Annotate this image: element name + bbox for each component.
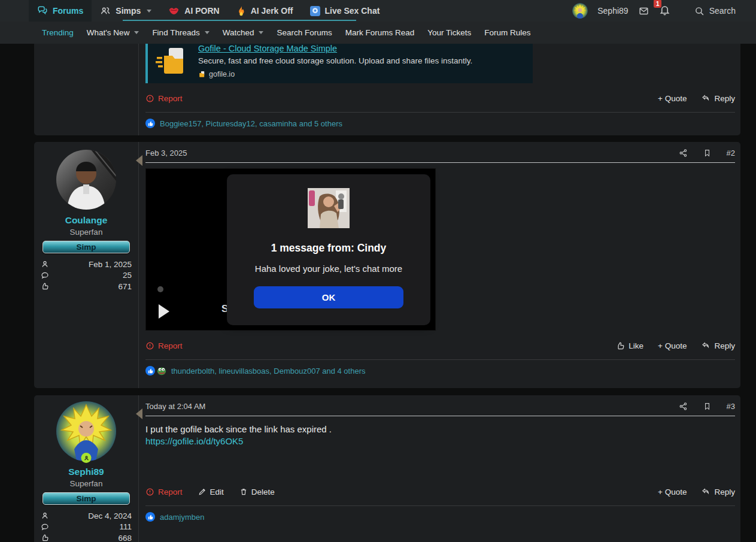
online-status-badge	[81, 453, 92, 463]
username-coulange[interactable]: Coulange	[41, 215, 132, 226]
tab-ai-jerk-off[interactable]: AI Jerk Off	[228, 0, 302, 22]
delete-button[interactable]: Delete	[239, 488, 275, 496]
post-1-actions: Report + Quote Reply	[145, 90, 735, 106]
subnav-watched-label: Watched	[223, 22, 254, 44]
ok-button[interactable]: OK	[254, 286, 403, 308]
tab-simps-label: Simps	[116, 6, 141, 16]
delete-label: Delete	[251, 488, 275, 496]
tab-simps[interactable]: Simps	[92, 0, 160, 22]
post-3-header: Today at 2:04 AM #3	[145, 401, 735, 416]
gofile-link-embed[interactable]: Gofile - Cloud Storage Made Simple Secur…	[145, 39, 533, 83]
subnav-whats-new[interactable]: What's New	[80, 22, 146, 44]
tab-ai-porn[interactable]: AI PORN	[160, 0, 227, 22]
subnav-search-forums[interactable]: Search Forums	[270, 22, 338, 44]
post-number-link[interactable]: #3	[727, 402, 735, 411]
report-button[interactable]: Report	[145, 94, 183, 103]
kiss-lips-icon	[168, 6, 180, 16]
notification-badge[interactable]: 1	[654, 0, 662, 8]
embed-site-row: gofile.io	[198, 70, 472, 78]
username-sephi89[interactable]: Sephi89	[41, 467, 132, 477]
avatar-coulange[interactable]	[56, 150, 116, 210]
subnav-watched[interactable]: Watched	[216, 22, 271, 44]
tab-forums[interactable]: Forums	[29, 0, 92, 22]
gofile-link[interactable]: https://gofile.io/d/ty6OK5	[145, 436, 243, 446]
chevron-down-icon	[205, 31, 210, 34]
joined-date: Feb 1, 2025	[89, 260, 132, 269]
stat-likes: 671	[41, 281, 132, 292]
person-icon	[41, 260, 49, 268]
chevron-down-icon	[147, 10, 151, 13]
quote-button[interactable]: + Quote	[658, 488, 687, 496]
like-label: Like	[629, 341, 643, 350]
top-navigation-bar: Forums Simps AI PORN	[0, 0, 756, 22]
header-username[interactable]: Sephi89	[597, 6, 628, 16]
reply-button[interactable]: Reply	[701, 341, 735, 350]
embed-title-link[interactable]: Gofile - Cloud Storage Made Simple	[198, 44, 472, 53]
video-player[interactable]: S 1 message from: Cindy	[145, 168, 436, 331]
subnav-mark-forums-read[interactable]: Mark Forums Read	[339, 22, 421, 44]
tab-live-sex-chat-label: Live Sex Chat	[325, 6, 380, 16]
reaction-users[interactable]: Boggiee157, Picturesday12, casaminha and…	[160, 119, 342, 128]
nav-highlight-underline	[123, 20, 356, 21]
share-icon[interactable]	[679, 149, 688, 158]
avatar-sephi89[interactable]	[56, 401, 116, 461]
quote-button[interactable]: + Quote	[658, 94, 687, 103]
tab-ai-porn-label: AI PORN	[184, 6, 219, 16]
like-button[interactable]: Like	[616, 341, 643, 350]
share-icon[interactable]	[679, 402, 688, 411]
user-stats: Feb 1, 2025 25 671	[41, 259, 132, 292]
dialog-message: Haha loved your joke, let's chat more	[227, 264, 430, 274]
speech-bubble-icon	[41, 271, 49, 280]
reply-label: Reply	[714, 341, 735, 350]
reply-button[interactable]: Reply	[701, 488, 735, 496]
reaction-users[interactable]: thunderbolth, lineuvillasboas, Dembouz00…	[171, 367, 366, 376]
post-text: I put the gofile back since the link has…	[145, 424, 735, 434]
stat-likes: 668	[41, 532, 132, 542]
edit-button[interactable]: Edit	[198, 488, 224, 496]
reaction-users[interactable]: adamjymben	[160, 513, 204, 522]
header-user-area: Sephi89 1 Search	[572, 0, 756, 22]
bookmark-icon[interactable]	[703, 149, 711, 158]
stat-messages: 25	[41, 270, 132, 281]
like-reaction-icon	[145, 119, 155, 128]
like-reaction-icon	[145, 366, 155, 376]
thumbs-up-icon	[616, 341, 625, 350]
report-icon	[145, 488, 154, 496]
post-3-body: Today at 2:04 AM #3 I put the gofile bac…	[139, 395, 740, 542]
user-title: Superfan	[41, 228, 132, 237]
post-1-reactions: Boggiee157, Picturesday12, casaminha and…	[145, 113, 735, 135]
bookmark-icon[interactable]	[703, 402, 711, 411]
stat-joined: Feb 1, 2025	[41, 259, 132, 270]
user-stats: Dec 4, 2024 111 668	[41, 510, 132, 542]
user-banner-simp: Simp	[42, 492, 130, 505]
post-date[interactable]: Today at 2:04 AM	[145, 402, 205, 411]
thumbs-up-icon	[41, 282, 49, 290]
notifications-bell[interactable]: 1	[659, 4, 670, 17]
like-count: 668	[118, 534, 132, 542]
report-button[interactable]: Report	[145, 488, 183, 496]
user-avatar[interactable]	[572, 3, 588, 19]
reply-button[interactable]: Reply	[701, 94, 735, 103]
post-date[interactable]: Feb 3, 2025	[145, 149, 187, 158]
subnav-your-tickets[interactable]: Your Tickets	[421, 22, 478, 44]
subnav-trending[interactable]: Trending	[35, 22, 80, 44]
search-label: Search	[709, 6, 736, 16]
subnav-find-threads[interactable]: Find Threads	[145, 22, 215, 44]
quote-button[interactable]: + Quote	[658, 341, 687, 350]
speech-bubble-icon	[41, 523, 49, 531]
pepe-reaction-icon	[157, 366, 166, 376]
search-button[interactable]: Search	[694, 6, 736, 16]
reply-icon	[701, 341, 711, 350]
subnav-forum-rules[interactable]: Forum Rules	[478, 22, 537, 44]
like-count: 671	[118, 282, 132, 291]
post-number-link[interactable]: #2	[727, 149, 735, 158]
thumbs-up-icon	[41, 534, 49, 542]
report-button[interactable]: Report	[145, 341, 183, 350]
tab-live-sex-chat[interactable]: Live Sex Chat	[302, 0, 388, 22]
person-icon	[41, 511, 49, 520]
stat-joined: Dec 4, 2024	[41, 510, 132, 522]
play-button-icon[interactable]	[159, 304, 169, 319]
reply-label: Reply	[714, 488, 735, 496]
cindy-photo	[308, 188, 350, 228]
mail-icon[interactable]	[638, 6, 649, 16]
